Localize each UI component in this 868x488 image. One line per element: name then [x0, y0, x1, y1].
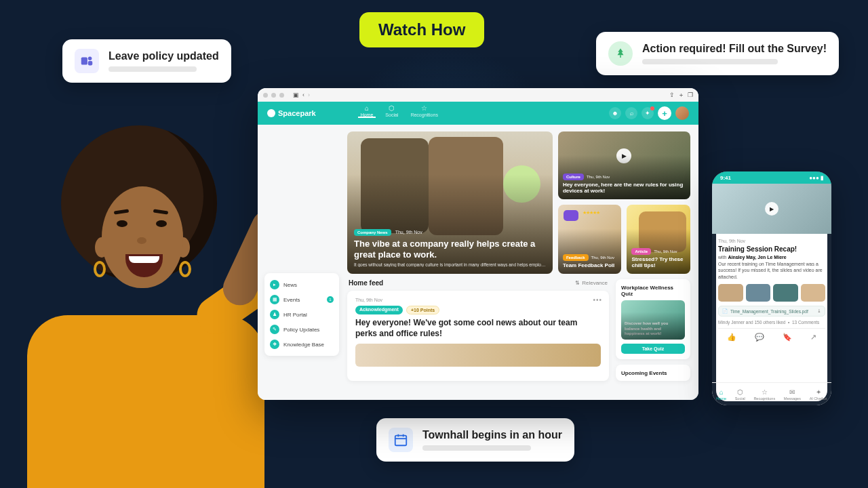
phone-post-headline: Training Session Recap! [718, 245, 825, 253]
hero-headline: The vibe at a company really helps creat… [354, 239, 546, 261]
tile-headline: Hey everyone, here are the new rules for… [563, 182, 686, 195]
sidebar: ▸News ▦Events1 ♟HR Portal ✎Policy Update… [264, 273, 339, 356]
tile-video-rules[interactable]: ▶ CultureThu, 9th Nov Hey everyone, here… [558, 131, 690, 199]
tree-icon [608, 41, 633, 66]
phone-time: 9:41 [720, 175, 731, 181]
sidebar-toggle-icon[interactable]: ▣ [293, 92, 299, 98]
sort-icon: ⇅ [575, 280, 580, 286]
notification-dot [650, 106, 654, 110]
nav-tab-social[interactable]: ⬡Social [385, 102, 398, 117]
right-column: Workplace Wellness Quiz Discover how wel… [616, 279, 690, 381]
like-icon[interactable]: 👍 [727, 333, 736, 342]
phone-mockup: 9:41 ●●● ▮ ▶ Thu, 9th Nov Training Sessi… [712, 171, 831, 405]
svg-rect-3 [620, 55, 621, 58]
take-quiz-button[interactable]: Take Quiz [621, 344, 685, 354]
search-icon[interactable]: ⌕ [625, 107, 637, 119]
phone-post-desc: Our recent training on Time Management w… [718, 261, 825, 280]
thumbnail[interactable] [718, 284, 743, 302]
phone-thumbnails [718, 284, 825, 302]
tag-company-news: Company News [354, 229, 391, 236]
post-menu-icon[interactable]: ••• [593, 296, 602, 304]
engagement-row: Mindy Jenner and 150 others liked • 13 C… [718, 320, 825, 325]
calendar-icon: ▦ [270, 295, 279, 304]
sidebar-item-news[interactable]: ▸News [264, 277, 339, 292]
chip-acknowledgment: Acknowledgment [355, 306, 403, 314]
traffic-light[interactable] [271, 93, 276, 98]
phone-tab-messages[interactable]: ✉Messages [784, 388, 801, 401]
notification-leave-policy[interactable]: Leave policy updated [62, 39, 231, 83]
widget-title: Upcoming Events [621, 370, 685, 376]
notification-townhall[interactable]: Townhall begins in an hour [376, 418, 574, 462]
share-icon[interactable]: ↗ [810, 333, 816, 342]
brand[interactable]: Spacepark [267, 109, 316, 117]
sidebar-item-knowledge[interactable]: ❖Knowledge Base [264, 337, 339, 352]
phone-tab-recognitions[interactable]: ☆Recognitions [753, 388, 775, 401]
thumbnail[interactable] [801, 284, 826, 302]
policy-icon: ✎ [270, 325, 279, 334]
back-icon[interactable]: ‹ [302, 92, 304, 98]
widget-title: Workplace Wellness Quiz [621, 285, 685, 297]
feed-title: Home feed [349, 279, 383, 287]
phone-status-bar: 9:41 ●●● ▮ [712, 171, 831, 184]
phone-tab-home[interactable]: ⌂Home [716, 388, 726, 401]
traffic-light[interactable] [279, 93, 284, 98]
hero-person-illustration [20, 125, 278, 485]
feed-header: Home feed ⇅Relevance [347, 279, 609, 287]
tile-headline: Stressed? Try these chill tips! [631, 256, 686, 269]
download-icon[interactable]: ⤓ [817, 308, 821, 314]
phone-post-date: Thu, 9th Nov [718, 239, 825, 243]
attachment-name: Time_Management_Training_Slides.pdf [730, 309, 808, 314]
phone-hero-video[interactable]: ▶ [712, 184, 831, 234]
svg-rect-0 [81, 58, 87, 65]
sidebar-item-policy[interactable]: ✎Policy Updates [264, 322, 339, 337]
feed-post[interactable]: ••• Thu, 9th Nov Acknowledgment +10 Poin… [347, 291, 609, 381]
new-tab-icon[interactable]: ＋ [678, 91, 684, 100]
phone-tab-social[interactable]: ⬡Social [735, 388, 745, 401]
quiz-image[interactable]: Discover how well you balance health and… [621, 300, 685, 340]
brand-name: Spacepark [278, 109, 316, 117]
bell-icon[interactable]: ✦ [642, 107, 654, 119]
ai-icon: ✦ [816, 388, 821, 396]
file-icon: 📄 [722, 308, 728, 314]
phone-action-bar: 👍 💬 🔖 ↗ [718, 328, 825, 344]
traffic-light[interactable] [263, 93, 268, 98]
home-icon: ⌂ [719, 388, 724, 396]
phone-attachment[interactable]: 📄 Time_Management_Training_Slides.pdf ⤓ [718, 306, 825, 317]
star-icon: ☆ [421, 104, 427, 112]
post-image [355, 344, 601, 367]
bookmark-icon[interactable]: 🔖 [783, 333, 792, 342]
notification-sub-bar [108, 66, 197, 72]
svg-point-1 [88, 57, 92, 61]
share-icon[interactable]: ⇪ [669, 92, 675, 98]
browser-chrome: ▣ ‹ › ⇪ ＋ ❐ [258, 88, 698, 102]
brand-logo-icon [267, 109, 275, 117]
feed-sort[interactable]: ⇅Relevance [575, 280, 608, 286]
create-button[interactable]: + [658, 106, 671, 120]
home-icon: ⌂ [365, 104, 369, 112]
notification-sub-bar [642, 59, 778, 64]
avatar[interactable] [675, 106, 689, 120]
thumbnail[interactable] [746, 284, 771, 302]
sidebar-item-events[interactable]: ▦Events1 [264, 292, 339, 307]
star-icon: ☆ [762, 388, 768, 396]
notification-sub-bar [422, 445, 531, 451]
nav-tab-recognitions[interactable]: ☆Recognitions [410, 102, 437, 117]
tile-feedback-poll[interactable]: ★★★★★ FeedbackThu, 9th Nov Team Feedback… [558, 205, 622, 274]
nav-tab-home[interactable]: ⌂Home [361, 102, 374, 117]
tabs-icon[interactable]: ❐ [688, 92, 693, 98]
thumbnail[interactable] [773, 284, 798, 302]
hero-article[interactable]: Company NewsThu, 9th Nov The vibe at a c… [347, 131, 553, 274]
message-icon: ✉ [789, 388, 795, 396]
notification-title: Leave policy updated [108, 50, 219, 62]
forward-icon[interactable]: › [308, 92, 310, 98]
phone-tab-ai[interactable]: ✦AI Chatbot [810, 388, 827, 401]
comment-icon[interactable]: 💬 [755, 333, 764, 342]
sidebar-item-hr[interactable]: ♟HR Portal [264, 307, 339, 322]
watch-how-button[interactable]: Watch How [359, 12, 484, 47]
quiz-overlay-text: Discover how well you balance health and… [625, 321, 682, 336]
notification-survey[interactable]: Action required! Fill out the Survey! [596, 32, 839, 75]
tag-article: Article [631, 248, 651, 255]
chat-icon[interactable]: ☻ [609, 107, 621, 119]
play-icon: ▶ [765, 202, 778, 216]
tile-chill-tips[interactable]: ArticleThu, 9th Nov Stressed? Try these … [627, 205, 690, 274]
